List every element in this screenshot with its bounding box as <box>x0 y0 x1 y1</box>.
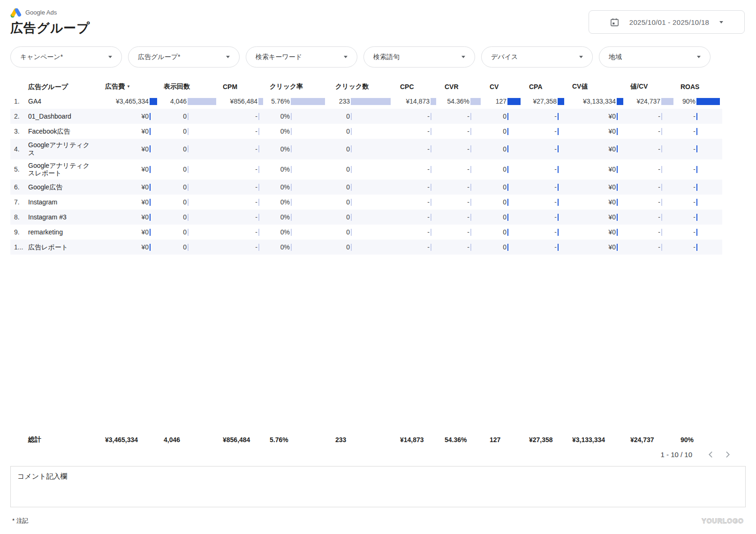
metric-cell: 0% <box>268 183 333 191</box>
metric-cell: 0% <box>268 243 333 251</box>
metric-cell: - <box>527 243 570 251</box>
data-bar-zone <box>431 98 443 105</box>
table-row[interactable]: 2.01_Dashboard¥00-0%0--0-¥0-- <box>10 109 722 124</box>
metric-cell: 0 <box>333 243 398 251</box>
metric-value: 0 <box>162 128 187 135</box>
bar-baseline-tick <box>617 113 618 120</box>
bar-baseline-tick <box>431 145 431 152</box>
column-header[interactable]: CV値 <box>570 83 628 91</box>
column-header[interactable]: クリック数 <box>333 83 398 91</box>
bar-baseline-tick <box>661 214 662 221</box>
metric-value: 90% <box>679 436 722 444</box>
adgroup-name: Googleアナリティク ス <box>24 139 103 159</box>
bar-baseline-tick <box>470 199 471 206</box>
data-bar-zone <box>507 199 527 206</box>
data-bar-zone <box>470 214 488 221</box>
data-bar-zone <box>150 229 162 236</box>
metric-cell: 54.36% <box>443 98 488 105</box>
filter-pill-0[interactable]: キャンペーン* <box>10 46 122 68</box>
data-bar-zone <box>351 184 398 191</box>
filter-pill-1[interactable]: 広告グループ* <box>128 46 240 68</box>
metric-cell: ¥27,358 <box>527 436 570 444</box>
data-bar-zone <box>617 113 628 120</box>
bar-baseline-tick <box>617 128 618 135</box>
bar-baseline-tick <box>258 128 259 135</box>
chevron-down-icon <box>719 21 723 23</box>
bar-baseline-tick <box>258 184 259 191</box>
date-range-picker[interactable]: 2025/10/01 - 2025/10/18 <box>589 10 745 34</box>
table-row[interactable]: 1.GA4¥3,465,3344,046¥856,4845.76%233¥14,… <box>10 94 722 109</box>
adgroup-name: Instagram #3 <box>24 211 103 224</box>
data-bar-zone <box>661 113 679 120</box>
metric-cell: - <box>443 128 488 135</box>
data-bar-zone <box>431 199 443 206</box>
table-row[interactable]: 9.remarketing¥00-0%0--0-¥0-- <box>10 225 722 240</box>
column-header[interactable]: CVR <box>443 83 488 90</box>
bar-baseline-tick <box>470 113 471 120</box>
data-bar-zone <box>661 145 679 152</box>
metric-value: 127 <box>488 98 507 105</box>
column-header[interactable]: CV <box>488 83 527 90</box>
column-header-label: CPM <box>223 83 237 90</box>
metric-cell: ¥856,484 <box>221 436 268 444</box>
bar-baseline-tick <box>558 244 559 251</box>
metric-cell: - <box>628 165 679 173</box>
metric-value: ¥0 <box>570 198 616 206</box>
metric-cell: 0 <box>488 128 527 135</box>
table-row[interactable]: 1...広告レポート¥00-0%0--0-¥0-- <box>10 240 722 255</box>
column-header[interactable]: CPM <box>221 83 268 90</box>
data-bar-zone <box>188 244 221 251</box>
filter-label: キャンペーン* <box>20 53 63 61</box>
column-header[interactable]: 値/CV <box>628 83 679 91</box>
column-header[interactable]: クリック率 <box>268 83 333 91</box>
data-bar-zone <box>351 98 398 105</box>
metric-value: ¥0 <box>103 243 149 251</box>
bar-baseline-tick <box>431 244 431 251</box>
data-bar-zone <box>558 98 570 105</box>
metric-cell: ¥0 <box>103 145 162 153</box>
bar-baseline-tick <box>431 214 431 221</box>
metric-value: ¥27,358 <box>527 436 570 444</box>
google-ads-logo-icon <box>10 7 22 18</box>
table-row[interactable]: 7.Instagram¥00-0%0--0-¥0-- <box>10 195 722 210</box>
metric-cell: 0 <box>162 145 221 153</box>
filter-pill-5[interactable]: 地域 <box>599 46 711 68</box>
metric-cell: ¥24,737 <box>628 98 679 105</box>
column-header[interactable]: CPA <box>527 83 570 90</box>
column-header[interactable]: 表示回数 <box>162 83 221 91</box>
metric-value: ¥0 <box>570 213 616 221</box>
comment-box[interactable]: コメント記入欄 <box>10 466 746 507</box>
table-row[interactable]: 3.Facebook広告¥00-0%0--0-¥0-- <box>10 124 722 139</box>
metric-cell: - <box>443 145 488 153</box>
table-row[interactable]: 8.Instagram #3¥00-0%0--0-¥0-- <box>10 210 722 225</box>
metric-cell: - <box>679 113 722 120</box>
metric-value: 233 <box>333 98 350 105</box>
column-header[interactable]: CPC <box>398 83 443 90</box>
filter-pill-3[interactable]: 検索語句 <box>363 46 475 68</box>
filter-pill-2[interactable]: 検索キーワード <box>246 46 357 68</box>
table-row[interactable]: 5.Googleアナリティク スレポート¥00-0%0--0-¥0-- <box>10 159 722 180</box>
metric-value: - <box>527 145 557 153</box>
metric-cell: ¥3,133,334 <box>570 436 628 444</box>
table-row[interactable]: 6.Google広告¥00-0%0--0-¥0-- <box>10 180 722 195</box>
metric-value: 0 <box>488 243 507 251</box>
data-bar-zone <box>351 166 398 173</box>
bar-baseline-tick <box>351 214 352 221</box>
previous-page-button[interactable] <box>705 449 716 459</box>
table-row[interactable]: 4.Googleアナリティク ス¥00-0%0--0-¥0-- <box>10 139 722 159</box>
bar-baseline-tick <box>431 113 431 120</box>
bar-baseline-tick <box>696 128 697 135</box>
metric-value: 0% <box>268 128 290 135</box>
data-bar-zone <box>431 214 443 221</box>
metric-cell: 0 <box>488 113 527 120</box>
metric-cell: ¥3,133,334 <box>570 98 628 105</box>
column-header[interactable]: 広告費▼ <box>103 83 162 91</box>
column-header[interactable]: ROAS <box>679 83 722 90</box>
next-page-button[interactable] <box>722 449 733 459</box>
filter-pill-4[interactable]: デバイス <box>481 46 593 68</box>
metric-value: ¥3,465,334 <box>103 98 149 105</box>
data-bar-zone <box>661 214 679 221</box>
metric-cell: - <box>443 228 488 236</box>
row-number: 2. <box>10 113 24 120</box>
bar-baseline-tick <box>617 145 618 152</box>
